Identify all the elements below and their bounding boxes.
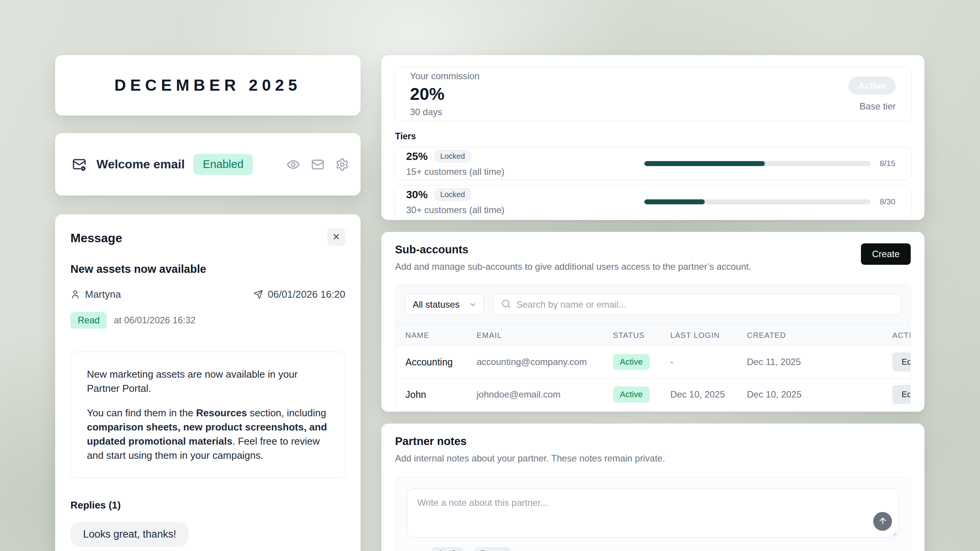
preview-eye-icon[interactable] — [286, 158, 300, 171]
tier-row-30: 30% Locked 30+ customers (all time) 8/30 — [394, 185, 911, 218]
period-card: DECEMBER 2025 — [55, 55, 361, 116]
mail-cog-icon — [72, 157, 87, 172]
account-last-login: - — [670, 357, 747, 367]
message-author: Martyna — [85, 289, 121, 300]
partner-notes-heading: Partner notes — [395, 435, 911, 448]
message-sent-time: 06/01/2026 16:20 — [268, 289, 345, 300]
welcome-email-card: Welcome email Enabled — [55, 133, 361, 196]
column-header-last-login: LAST LOGIN — [670, 331, 747, 340]
column-header-name: NAME — [405, 331, 477, 340]
sub-accounts-description: Add and manage sub-accounts to give addi… — [395, 261, 751, 272]
tier-progress-bar — [644, 199, 871, 204]
chevron-down-icon — [469, 301, 477, 308]
partner-notes-card: Partner notes Add internal notes about y… — [381, 424, 924, 551]
create-sub-account-button[interactable]: Create — [861, 243, 911, 265]
message-paragraph: New marketing assets are now available i… — [87, 367, 329, 396]
account-status-badge: Active — [613, 354, 650, 370]
close-icon — [332, 232, 341, 242]
message-body: New marketing assets are now available i… — [70, 352, 345, 478]
tier-requirement: 15+ customers (all time) — [406, 166, 644, 177]
enabled-status-badge: Enabled — [193, 154, 253, 175]
sub-accounts-panel: All statuses NAME EMAIL STATUS LAST LOGI… — [395, 284, 911, 411]
note-input[interactable] — [407, 489, 899, 538]
edit-button[interactable]: Edit — [892, 385, 911, 404]
send-icon — [253, 290, 263, 299]
table-header-row: NAME EMAIL STATUS LAST LOGIN CREATED ACT… — [395, 325, 910, 346]
account-email: accounting@company.com — [477, 357, 613, 367]
save-note-button[interactable] — [873, 512, 892, 531]
account-email: johndoe@email.com — [477, 389, 613, 400]
message-title: Message — [70, 231, 122, 245]
search-field — [493, 294, 901, 315]
close-message-button[interactable] — [327, 228, 345, 246]
tier-percent: 25% — [406, 150, 428, 163]
read-timestamp: at 06/01/2026 16:32 — [114, 315, 196, 326]
kbd-enter: Enter — [475, 548, 510, 551]
account-name: Accounting — [405, 357, 477, 368]
welcome-email-title: Welcome email — [96, 157, 185, 171]
column-header-status: STATUS — [613, 331, 670, 340]
arrow-up-icon — [878, 516, 887, 527]
edit-button[interactable]: Edit — [892, 352, 911, 372]
partner-notes-description: Add internal notes about your partner. T… — [395, 453, 911, 464]
kbd-ctrl: Ctrl — [432, 548, 462, 551]
tier-progress-bar — [644, 161, 871, 166]
period-title: DECEMBER 2025 — [114, 76, 301, 95]
account-last-login: Dec 10, 2025 — [670, 389, 747, 400]
tier-locked-badge: Locked — [434, 150, 472, 163]
account-name: John — [405, 389, 477, 400]
tier-percent: 30% — [406, 189, 428, 201]
sub-accounts-table: NAME EMAIL STATUS LAST LOGIN CREATED ACT… — [395, 324, 910, 411]
tiers-heading: Tiers — [395, 131, 911, 142]
tier-progress-fraction: 8/15 — [880, 159, 900, 168]
tier-requirement: 30+ customers (all time) — [406, 205, 644, 215]
commission-label: Your commission — [410, 71, 480, 82]
account-created: Dec 11, 2025 — [747, 357, 892, 367]
save-shortcut-hint: Press Ctrl + Enter to save — [407, 548, 899, 551]
message-card: Message New assets now available Martyna… — [55, 214, 361, 551]
read-status-badge: Read — [70, 312, 107, 329]
status-filter-select[interactable]: All statuses — [405, 294, 484, 315]
column-header-email: EMAIL — [477, 331, 613, 340]
user-icon — [70, 290, 80, 299]
message-paragraph: You can find them in the Resources secti… — [87, 406, 329, 463]
sub-accounts-heading: Sub-accounts — [395, 243, 751, 256]
tier-progress-fraction: 8/30 — [880, 197, 900, 206]
send-test-mail-icon[interactable] — [311, 158, 325, 171]
hint-save-text: to save — [514, 549, 541, 551]
tier-locked-badge: Locked — [434, 188, 472, 201]
replies-heading: Replies (1) — [70, 499, 345, 511]
status-filter-value: All statuses — [413, 299, 460, 310]
hint-press-text: Press — [407, 549, 428, 551]
table-row: Accounting accounting@company.com Active… — [395, 346, 910, 378]
search-input[interactable] — [516, 299, 893, 310]
column-header-actions: ACTIONS — [892, 331, 911, 340]
hint-plus-text: + — [466, 549, 471, 551]
table-row: John johndoe@email.com Active Dec 10, 20… — [395, 378, 910, 411]
notes-panel: Press Ctrl + Enter to save — [395, 477, 911, 551]
commission-card: Your commission 20% 30 days Active Base … — [381, 55, 924, 220]
column-header-created: CREATED — [747, 331, 892, 340]
settings-gear-icon[interactable] — [335, 158, 349, 171]
message-subject: New assets now available — [70, 263, 345, 276]
commission-status-badge: Active — [848, 77, 896, 95]
tier-row-25: 25% Locked 15+ customers (all time) 8/15 — [394, 147, 911, 180]
account-created: Dec 10, 2025 — [747, 389, 892, 400]
search-icon — [501, 299, 511, 310]
commission-tier-label: Base tier — [859, 101, 896, 112]
commission-value: 20% — [410, 84, 480, 104]
reply-bubble: Looks great, thanks! — [70, 522, 189, 547]
sub-accounts-card: Sub-accounts Add and manage sub-accounts… — [381, 232, 924, 412]
commission-summary-box: Your commission 20% 30 days Active Base … — [394, 67, 911, 121]
account-status-badge: Active — [613, 386, 650, 403]
commission-period: 30 days — [410, 107, 480, 117]
